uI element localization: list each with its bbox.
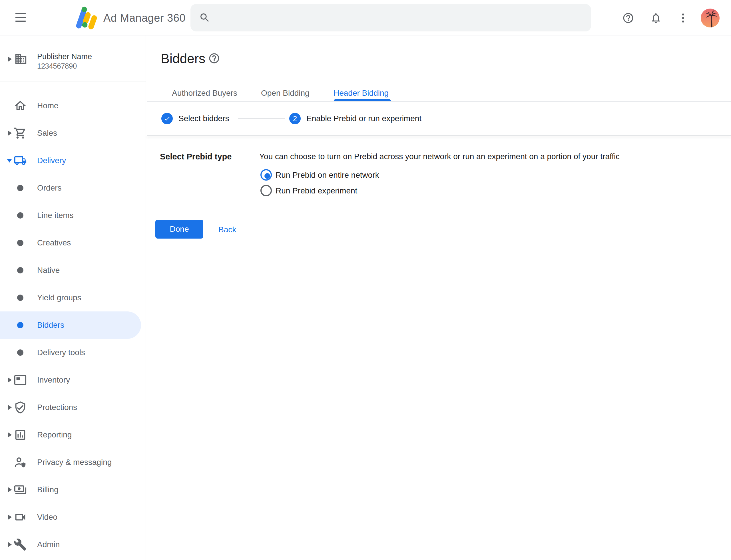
form-description: You can choose to turn on Prebid across …	[259, 152, 620, 161]
sidebar-item-label: Protections	[37, 403, 77, 411]
tab-header-bidding[interactable]: Header Bidding	[334, 89, 388, 97]
sidebar-item-video[interactable]: Video	[0, 503, 146, 531]
sidebar-item-creatives[interactable]: Creatives	[0, 229, 146, 257]
radio-selected-icon[interactable]	[261, 169, 272, 181]
bullet-icon	[17, 349, 23, 356]
cart-icon	[14, 127, 27, 140]
main-content: Bidders Authorized Buyers Open Bidding H…	[147, 35, 731, 560]
truck-icon	[14, 154, 27, 167]
help-icon[interactable]	[622, 12, 634, 24]
sidebar-item-label: Sales	[37, 129, 57, 137]
bullet-icon	[17, 212, 23, 219]
sidebar-item-billing[interactable]: Billing	[0, 476, 146, 503]
sidebar-item-label: Admin	[37, 541, 60, 549]
avatar[interactable]	[701, 9, 720, 27]
sidebar-item-label: Bidders	[37, 321, 64, 329]
bullet-icon	[17, 185, 23, 191]
radio-unselected-icon[interactable]	[261, 185, 272, 196]
step-1-check	[161, 113, 173, 124]
person-shield-icon	[14, 456, 27, 469]
sidebar-item-reporting[interactable]: Reporting	[0, 421, 146, 449]
form-section-label: Select Prebid type	[160, 152, 232, 161]
sidebar-item-native[interactable]: Native	[0, 257, 146, 284]
collapse-arrow-icon	[7, 159, 12, 163]
publisher-id: 1234567890	[37, 61, 77, 71]
help-icon[interactable]	[208, 52, 220, 64]
step-1-label[interactable]: Select bidders	[179, 115, 229, 123]
sidebar-item-home[interactable]: Home	[0, 92, 146, 119]
sidebar-item-admin[interactable]: Admin	[0, 531, 146, 558]
notifications-icon[interactable]	[650, 12, 662, 24]
sidebar-item-sales[interactable]: Sales	[0, 119, 146, 147]
sidebar-nav: Publisher Name 1234567890 Home Sales Del…	[0, 35, 146, 560]
bullet-icon	[17, 295, 23, 301]
sidebar-item-label: Privacy & messaging	[37, 458, 112, 466]
stepper-connector	[238, 118, 285, 119]
menu-icon[interactable]	[15, 13, 26, 22]
app-title: Ad Manager 360	[103, 12, 186, 24]
sidebar-item-label: Creatives	[37, 239, 71, 247]
wrench-icon	[14, 538, 27, 551]
expand-arrow-icon	[8, 432, 12, 437]
expand-arrow-icon	[8, 515, 12, 520]
overflow-menu-icon[interactable]	[677, 12, 689, 24]
sidebar-item-privacy-messaging[interactable]: Privacy & messaging	[0, 449, 146, 476]
bullet-icon	[17, 240, 23, 246]
ad-manager-app: Ad Manager 360	[0, 0, 731, 560]
step-2-number: 2	[289, 113, 301, 124]
sidebar-item-orders[interactable]: Orders	[0, 174, 146, 202]
divider	[147, 101, 731, 102]
sidebar-item-inventory[interactable]: Inventory	[0, 366, 146, 394]
bullet-icon	[17, 267, 23, 273]
inventory-icon	[14, 373, 27, 387]
sidebar-item-bidders[interactable]: Bidders	[0, 311, 146, 339]
step-2-label: Enable Prebid or run experiment	[307, 115, 421, 123]
sidebar-item-label: Delivery tools	[37, 349, 85, 357]
expand-arrow-icon	[8, 542, 12, 547]
sidebar-item-label: Native	[37, 266, 60, 274]
sidebar-item-label: Inventory	[37, 376, 70, 384]
publisher-name: Publisher Name	[37, 52, 92, 61]
shield-check-icon	[14, 401, 27, 414]
publisher-switcher[interactable]: Publisher Name 1234567890	[0, 35, 146, 81]
sidebar-item-label: Reporting	[37, 431, 72, 439]
sidebar-item-yield-groups[interactable]: Yield groups	[0, 284, 146, 311]
expand-arrow-icon	[8, 377, 12, 383]
back-link[interactable]: Back	[219, 225, 236, 234]
videocam-icon	[14, 511, 27, 524]
expand-arrow-icon	[8, 405, 12, 410]
sidebar-item-label: Orders	[37, 184, 62, 192]
tab-authorized-buyers[interactable]: Authorized Buyers	[172, 89, 237, 97]
building-icon	[14, 52, 27, 65]
sidebar-item-label: Delivery	[37, 157, 66, 165]
search-icon	[199, 12, 211, 23]
sidebar-item-line-items[interactable]: Line items	[0, 202, 146, 229]
expand-arrow-icon	[8, 131, 12, 136]
expand-arrow-icon	[8, 487, 12, 492]
divider	[147, 135, 731, 136]
radio-label: Run Prebid experiment	[276, 187, 357, 195]
bullet-icon	[17, 322, 23, 328]
ad-manager-logo	[70, 4, 98, 31]
sidebar-item-label: Billing	[37, 486, 59, 494]
sidebar-item-label: Home	[37, 102, 59, 110]
sidebar-item-label: Video	[37, 513, 57, 521]
done-button[interactable]: Done	[155, 220, 203, 239]
radio-label: Run Prebid on entire network	[276, 171, 379, 179]
search-input[interactable]	[191, 4, 591, 31]
sidebar-item-delivery[interactable]: Delivery	[0, 147, 146, 174]
sidebar-item-label: Yield groups	[37, 294, 81, 302]
home-icon	[14, 99, 27, 112]
tab-open-bidding[interactable]: Open Bidding	[261, 89, 310, 97]
bar-chart-icon	[14, 428, 27, 441]
page-title: Bidders	[161, 52, 205, 65]
sidebar-item-delivery-tools[interactable]: Delivery tools	[0, 339, 146, 366]
expand-arrow-icon	[8, 57, 12, 62]
sidebar-item-label: Line items	[37, 211, 74, 219]
sidebar-item-protections[interactable]: Protections	[0, 394, 146, 421]
payments-icon	[14, 483, 27, 496]
top-app-bar: Ad Manager 360	[0, 0, 731, 35]
